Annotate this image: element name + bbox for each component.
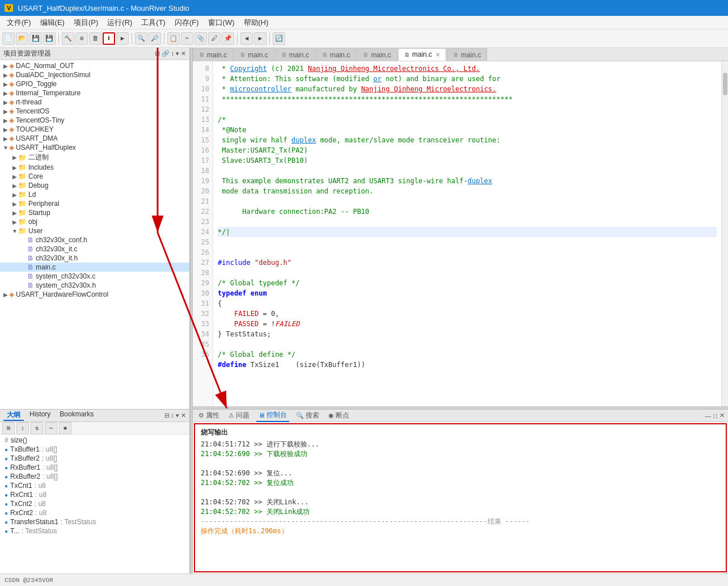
console-close-icon[interactable]: ✕ — [719, 412, 725, 419]
outline-tab-history[interactable]: History — [26, 410, 54, 421]
outline-item-txbuffer1[interactable]: ● TxBuffer1 : u8[] — [0, 445, 189, 454]
outline-item-rxbuffer2[interactable]: ● RxBuffer2 : u8[] — [0, 472, 189, 481]
toolbar-open[interactable]: 📂 — [16, 32, 28, 45]
tree-item-rtthread[interactable]: ▶ ◈ rt-thread — [0, 98, 189, 107]
menu-icon[interactable]: ▾ — [176, 50, 179, 57]
outline-sync-icon[interactable]: ↕ — [171, 412, 175, 419]
tree-item-obj[interactable]: ▶ 📁 obj — [0, 217, 189, 226]
outline-item-txcnt2[interactable]: ● TxCnt2 : u8 — [0, 499, 189, 508]
tree-item-main-c[interactable]: 🗎 main.c — [0, 263, 189, 272]
toolbar-clean[interactable]: 🗑 — [89, 32, 101, 45]
toolbar-build[interactable]: 🔨 — [62, 32, 74, 45]
bottom-tab-breakpoints[interactable]: ◉断点 — [326, 410, 352, 422]
toolbar-build2[interactable]: ⚙ — [75, 32, 88, 45]
tree-item-startup[interactable]: ▶ 📁 Startup — [0, 208, 189, 217]
tree-item-internal[interactable]: ▶ ◈ Internal_Temperature — [0, 88, 189, 98]
toolbar-flash[interactable]: ⬇ — [103, 32, 115, 45]
tree-item-tencentostiny[interactable]: ▶ ◈ TencentOS-Tiny — [0, 116, 189, 125]
toolbar-btn1[interactable]: 📋 — [167, 32, 180, 45]
outline-btn3[interactable]: ⇅ — [31, 422, 43, 435]
editor-tab-4[interactable]: 🗎 main.c — [316, 48, 356, 61]
tree-item-core[interactable]: ▶ 📁 Core — [0, 172, 189, 181]
bottom-tab-properties[interactable]: ⚙属性 — [196, 410, 222, 422]
menu-help[interactable]: 帮助(H) — [239, 16, 273, 29]
editor-tab-1[interactable]: 🗎 main.c — [193, 48, 233, 61]
tree-item-dac[interactable]: ▶ ◈ DAC_Normal_OUT — [0, 61, 189, 70]
outline-btn1[interactable]: ⊞ — [2, 422, 15, 435]
tree-item-tencentos[interactable]: ▶ ◈ TencentOS — [0, 107, 189, 116]
bottom-tab-problems[interactable]: ⚠问题 — [226, 410, 252, 422]
outline-btn5[interactable]: ✱ — [59, 422, 71, 435]
bottom-tab-console[interactable]: 🖥控制台 — [256, 410, 289, 422]
outline-tab-main[interactable]: 大纲 — [3, 410, 24, 421]
toolbar-search[interactable]: 🔍 — [135, 32, 147, 45]
toolbar-btn5[interactable]: 📌 — [222, 32, 234, 45]
tree-item-system-c[interactable]: 🗎 system_ch32v30x.c — [0, 272, 189, 281]
toolbar-save2[interactable]: 💾 — [43, 32, 56, 45]
editor-tab-6[interactable]: 🗎 main.c ✕ — [398, 48, 446, 61]
menu-tools[interactable]: 工具(T) — [137, 16, 170, 29]
outline-menu-icon[interactable]: ▾ — [176, 412, 179, 419]
outline-item-rxcnt1[interactable]: ● RxCnt1 : u8 — [0, 490, 189, 499]
outline-tab-bookmarks[interactable]: Bookmarks — [56, 410, 97, 421]
close-icon[interactable]: ✕ — [181, 50, 186, 57]
tree-item-usarthfc[interactable]: ▶ ◈ USART_HardwareFlowControl — [0, 290, 189, 299]
editor-tab-2[interactable]: 🗎 main.c — [234, 48, 274, 61]
outline-btn4[interactable]: ⋯ — [45, 422, 57, 435]
menu-window[interactable]: 窗口(W) — [204, 16, 239, 29]
toolbar-btn2[interactable]: ✂ — [181, 32, 193, 45]
outline-item-transferstatus1[interactable]: ● TransferStatus1 : TestStatus — [0, 517, 189, 526]
tree-item-debug[interactable]: ▶ 📁 Debug — [0, 181, 189, 190]
tree-item-system-h[interactable]: 🗎 system_ch32v30x.h — [0, 281, 189, 290]
tree-item-ld[interactable]: ▶ 📁 Ld — [0, 190, 189, 199]
tree-item-conf[interactable]: 🗎 ch32v30x_conf.h — [0, 235, 189, 244]
outline-item-txcnt1[interactable]: ● TxCnt1 : u8 — [0, 481, 189, 490]
outline-btn2[interactable]: ↕ — [16, 422, 29, 435]
toolbar-debug[interactable]: ▶ — [116, 32, 129, 45]
tree-item-peripheral[interactable]: ▶ 📁 Peripheral — [0, 199, 189, 208]
tree-item-touchkey[interactable]: ▶ ◈ TOUCHKEY — [0, 125, 189, 134]
tree-item-dualadc[interactable]: ▶ ◈ DualADC_InjectionSimul — [0, 70, 189, 79]
menu-file[interactable]: 文件(F) — [2, 16, 36, 29]
tree-item-usartdma[interactable]: ▶ ◈ USART_DMA — [0, 134, 189, 143]
outline-item-rxbuffer1[interactable]: ● RxBuffer1 : u8[] — [0, 463, 189, 472]
toolbar-new[interactable]: 📄 — [2, 32, 15, 45]
sync-icon[interactable]: ↕ — [171, 50, 175, 57]
menu-run[interactable]: 运行(R) — [103, 16, 137, 29]
console-minimize-icon[interactable]: — — [705, 412, 711, 419]
bottom-tab-search[interactable]: 🔍搜索 — [294, 410, 321, 422]
toolbar-btn8[interactable]: 🔃 — [273, 32, 285, 45]
console-maximize-icon[interactable]: □ — [713, 412, 717, 419]
toolbar-btn7[interactable]: ▶ — [254, 32, 266, 45]
toolbar-btn4[interactable]: 🖊 — [208, 32, 221, 45]
toolbar-search2[interactable]: 🔎 — [149, 32, 161, 45]
toolbar-save[interactable]: 💾 — [29, 32, 42, 45]
tab-close-icon[interactable]: ✕ — [435, 52, 440, 58]
tree-item-it-c[interactable]: 🗎 ch32v30x_it.c — [0, 244, 189, 254]
menu-flash[interactable]: 闪存(F) — [170, 16, 204, 29]
editor-tab-7[interactable]: 🗎 main.c — [447, 48, 487, 61]
outline-close-icon[interactable]: ✕ — [181, 412, 186, 419]
outline-collapse-icon[interactable]: ⊟ — [164, 412, 170, 419]
menu-edit[interactable]: 编辑(E) — [36, 16, 69, 29]
editor-scrollbar[interactable] — [721, 61, 728, 406]
tree-item-user[interactable]: ▼ 📁 User — [0, 226, 189, 235]
outline-item-transferstatus2[interactable]: ● T... : TestStatus — [0, 526, 189, 536]
scrollbar-thumb[interactable] — [723, 73, 727, 95]
outline-item-txbuffer2[interactable]: ● TxBuffer2 : u8[] — [0, 454, 189, 463]
toolbar-btn3[interactable]: 📎 — [194, 32, 207, 45]
link-icon[interactable]: 🔗 — [162, 50, 170, 57]
tree-item-binary[interactable]: ▶ 📁 二进制 — [0, 152, 189, 163]
editor-tab-5[interactable]: 🗎 main.c — [357, 48, 397, 61]
outline-item-size[interactable]: # size() — [0, 436, 189, 445]
tree-item-it-h[interactable]: 🗎 ch32v30x_it.h — [0, 254, 189, 263]
tree-item-usarthalfduplex[interactable]: ▼ ◈ USART_HalfDuplex — [0, 143, 189, 152]
toolbar-btn6[interactable]: ◀ — [240, 32, 253, 45]
editor-tab-3[interactable]: 🗎 main.c — [275, 48, 315, 61]
collapse-icon[interactable]: ⊟ — [155, 50, 160, 57]
menu-project[interactable]: 项目(P) — [69, 16, 103, 29]
code-editor[interactable]: * Copyright (c) 2021 Nanjing Qinheng Mic… — [213, 61, 721, 406]
tree-item-gpio[interactable]: ▶ ◈ GPIO_Toggle — [0, 79, 189, 88]
outline-item-rxcnt2[interactable]: ● RxCnt2 : u8 — [0, 508, 189, 517]
tree-item-includes[interactable]: ▶ 📁 Includes — [0, 163, 189, 172]
